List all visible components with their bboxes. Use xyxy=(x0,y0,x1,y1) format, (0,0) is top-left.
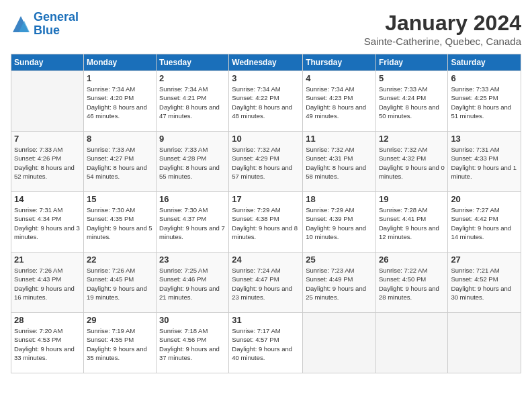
calendar-day xyxy=(303,313,376,373)
day-number: 12 xyxy=(379,134,445,144)
day-info: Sunrise: 7:26 AM Sunset: 4:43 PM Dayligh… xyxy=(14,266,81,302)
calendar-day: 6 Sunrise: 7:33 AM Sunset: 4:25 PM Dayli… xyxy=(448,71,521,132)
day-number: 1 xyxy=(87,73,153,83)
day-number: 3 xyxy=(232,73,300,83)
calendar-day: 20 Sunrise: 7:27 AM Sunset: 4:42 PM Dayl… xyxy=(448,192,521,253)
calendar-day: 25 Sunrise: 7:23 AM Sunset: 4:49 PM Dayl… xyxy=(303,253,376,313)
day-info: Sunrise: 7:25 AM Sunset: 4:46 PM Dayligh… xyxy=(159,266,226,302)
day-number: 17 xyxy=(232,194,300,204)
day-number: 8 xyxy=(87,134,153,144)
day-number: 20 xyxy=(451,194,518,204)
calendar-day: 2 Sunrise: 7:34 AM Sunset: 4:21 PM Dayli… xyxy=(157,71,229,132)
day-info: Sunrise: 7:33 AM Sunset: 4:27 PM Dayligh… xyxy=(87,145,153,181)
calendar-day: 5 Sunrise: 7:33 AM Sunset: 4:24 PM Dayli… xyxy=(375,71,447,132)
day-info: Sunrise: 7:19 AM Sunset: 4:55 PM Dayligh… xyxy=(87,326,153,362)
day-info: Sunrise: 7:32 AM Sunset: 4:31 PM Dayligh… xyxy=(306,145,373,181)
calendar-day: 4 Sunrise: 7:34 AM Sunset: 4:23 PM Dayli… xyxy=(303,71,376,132)
day-number: 4 xyxy=(306,73,373,83)
day-info: Sunrise: 7:17 AM Sunset: 4:57 PM Dayligh… xyxy=(232,326,300,362)
day-info: Sunrise: 7:34 AM Sunset: 4:23 PM Dayligh… xyxy=(306,85,373,120)
calendar-day: 3 Sunrise: 7:34 AM Sunset: 4:22 PM Dayli… xyxy=(229,71,303,132)
day-header-saturday: Saturday xyxy=(448,54,521,71)
day-info: Sunrise: 7:24 AM Sunset: 4:47 PM Dayligh… xyxy=(232,266,300,302)
logo-line2: Blue xyxy=(34,24,60,37)
calendar-day: 1 Sunrise: 7:34 AM Sunset: 4:20 PM Dayli… xyxy=(83,71,156,132)
logo-icon xyxy=(11,14,31,34)
day-number: 18 xyxy=(306,194,373,204)
day-info: Sunrise: 7:31 AM Sunset: 4:33 PM Dayligh… xyxy=(451,145,518,181)
day-number: 11 xyxy=(306,134,373,144)
day-number: 6 xyxy=(451,73,518,83)
day-header-monday: Monday xyxy=(83,54,156,71)
calendar-day: 19 Sunrise: 7:28 AM Sunset: 4:41 PM Dayl… xyxy=(375,192,447,253)
day-header-sunday: Sunday xyxy=(11,54,84,71)
day-info: Sunrise: 7:33 AM Sunset: 4:26 PM Dayligh… xyxy=(14,145,81,181)
day-info: Sunrise: 7:29 AM Sunset: 4:38 PM Dayligh… xyxy=(232,205,300,241)
day-number: 25 xyxy=(306,255,373,265)
day-info: Sunrise: 7:29 AM Sunset: 4:39 PM Dayligh… xyxy=(306,205,373,241)
calendar-day xyxy=(448,313,521,373)
day-number: 21 xyxy=(14,255,81,265)
day-number: 14 xyxy=(14,194,81,204)
day-number: 23 xyxy=(159,255,226,265)
calendar-table: SundayMondayTuesdayWednesdayThursdayFrid… xyxy=(11,54,521,373)
day-header-thursday: Thursday xyxy=(303,54,376,71)
day-number: 10 xyxy=(232,134,300,144)
logo-line1: General xyxy=(34,10,79,24)
day-info: Sunrise: 7:30 AM Sunset: 4:37 PM Dayligh… xyxy=(159,205,226,241)
page: General Blue January 2024 Sainte-Catheri… xyxy=(0,0,532,411)
day-number: 19 xyxy=(379,194,445,204)
day-info: Sunrise: 7:33 AM Sunset: 4:28 PM Dayligh… xyxy=(159,145,226,181)
calendar-day: 14 Sunrise: 7:31 AM Sunset: 4:34 PM Dayl… xyxy=(11,192,84,253)
day-number: 28 xyxy=(14,315,81,325)
day-info: Sunrise: 7:30 AM Sunset: 4:35 PM Dayligh… xyxy=(87,205,153,241)
day-number: 13 xyxy=(451,134,518,144)
logo: General Blue xyxy=(11,11,79,38)
calendar-day xyxy=(375,313,447,373)
day-number: 2 xyxy=(159,73,226,83)
calendar-day: 8 Sunrise: 7:33 AM Sunset: 4:27 PM Dayli… xyxy=(83,132,156,192)
day-header-tuesday: Tuesday xyxy=(157,54,229,71)
day-number: 22 xyxy=(87,255,153,265)
calendar-day: 28 Sunrise: 7:20 AM Sunset: 4:53 PM Dayl… xyxy=(11,313,84,373)
day-header-friday: Friday xyxy=(375,54,447,71)
day-info: Sunrise: 7:34 AM Sunset: 4:20 PM Dayligh… xyxy=(87,85,153,120)
day-info: Sunrise: 7:33 AM Sunset: 4:24 PM Dayligh… xyxy=(379,85,445,120)
calendar-day: 10 Sunrise: 7:32 AM Sunset: 4:29 PM Dayl… xyxy=(229,132,303,192)
calendar-day: 9 Sunrise: 7:33 AM Sunset: 4:28 PM Dayli… xyxy=(157,132,229,192)
calendar-day xyxy=(11,71,84,132)
day-number: 7 xyxy=(14,134,81,144)
calendar-header-row: SundayMondayTuesdayWednesdayThursdayFrid… xyxy=(11,54,521,71)
calendar-week-4: 21 Sunrise: 7:26 AM Sunset: 4:43 PM Dayl… xyxy=(11,253,521,313)
calendar-day: 12 Sunrise: 7:32 AM Sunset: 4:32 PM Dayl… xyxy=(375,132,447,192)
calendar-day: 16 Sunrise: 7:30 AM Sunset: 4:37 PM Dayl… xyxy=(157,192,229,253)
day-info: Sunrise: 7:18 AM Sunset: 4:56 PM Dayligh… xyxy=(159,326,226,362)
calendar-day: 21 Sunrise: 7:26 AM Sunset: 4:43 PM Dayl… xyxy=(11,253,84,313)
day-number: 5 xyxy=(379,73,445,83)
day-number: 31 xyxy=(232,315,300,325)
day-info: Sunrise: 7:34 AM Sunset: 4:22 PM Dayligh… xyxy=(232,85,300,120)
calendar-week-5: 28 Sunrise: 7:20 AM Sunset: 4:53 PM Dayl… xyxy=(11,313,521,373)
calendar-day: 13 Sunrise: 7:31 AM Sunset: 4:33 PM Dayl… xyxy=(448,132,521,192)
logo-text: General Blue xyxy=(34,11,79,38)
day-info: Sunrise: 7:28 AM Sunset: 4:41 PM Dayligh… xyxy=(379,205,445,241)
day-number: 30 xyxy=(159,315,226,325)
calendar-day: 15 Sunrise: 7:30 AM Sunset: 4:35 PM Dayl… xyxy=(83,192,156,253)
day-info: Sunrise: 7:27 AM Sunset: 4:42 PM Dayligh… xyxy=(451,205,518,241)
calendar-day: 29 Sunrise: 7:19 AM Sunset: 4:55 PM Dayl… xyxy=(83,313,156,373)
calendar-week-2: 7 Sunrise: 7:33 AM Sunset: 4:26 PM Dayli… xyxy=(11,132,521,192)
day-number: 26 xyxy=(379,255,445,265)
day-info: Sunrise: 7:20 AM Sunset: 4:53 PM Dayligh… xyxy=(14,326,81,362)
calendar-day: 11 Sunrise: 7:32 AM Sunset: 4:31 PM Dayl… xyxy=(303,132,376,192)
day-info: Sunrise: 7:32 AM Sunset: 4:29 PM Dayligh… xyxy=(232,145,300,181)
calendar-day: 22 Sunrise: 7:26 AM Sunset: 4:45 PM Dayl… xyxy=(83,253,156,313)
location: Sainte-Catherine, Quebec, Canada xyxy=(364,36,521,47)
month-title: January 2024 xyxy=(364,11,521,36)
calendar-week-1: 1 Sunrise: 7:34 AM Sunset: 4:20 PM Dayli… xyxy=(11,71,521,132)
day-number: 9 xyxy=(159,134,226,144)
day-info: Sunrise: 7:21 AM Sunset: 4:52 PM Dayligh… xyxy=(451,266,518,302)
calendar-day: 31 Sunrise: 7:17 AM Sunset: 4:57 PM Dayl… xyxy=(229,313,303,373)
day-info: Sunrise: 7:31 AM Sunset: 4:34 PM Dayligh… xyxy=(14,205,81,241)
day-info: Sunrise: 7:23 AM Sunset: 4:49 PM Dayligh… xyxy=(306,266,373,302)
calendar-day: 17 Sunrise: 7:29 AM Sunset: 4:38 PM Dayl… xyxy=(229,192,303,253)
